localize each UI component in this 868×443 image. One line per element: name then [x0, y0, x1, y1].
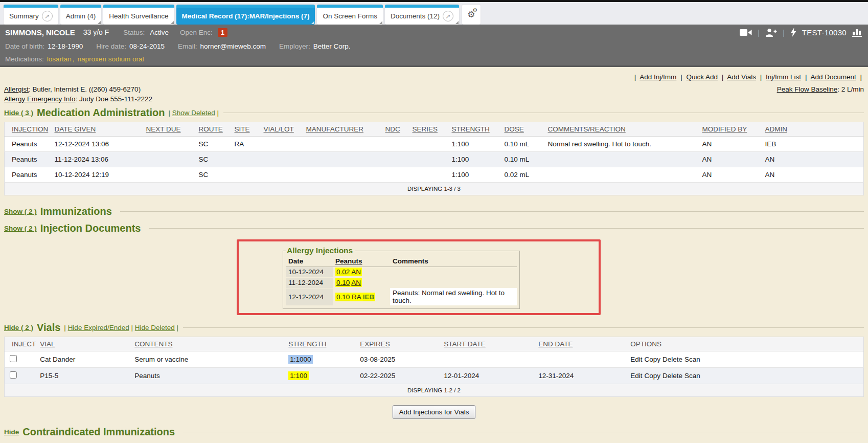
copy-link[interactable]: Copy	[645, 372, 661, 380]
cell-modified-by: AN	[700, 152, 763, 167]
table-row[interactable]: Peanuts 11-12-2024 13:06 SC 1:100 0.10 m…	[5, 152, 864, 167]
allergist-link[interactable]: Allergist	[4, 85, 29, 93]
medication-link-naproxen[interactable]: naproxen sodium oral	[78, 55, 144, 63]
allergy-injections-panel: Allergy Injections Date Peanuts Comments…	[283, 246, 520, 309]
cell-ndc	[383, 152, 410, 167]
open-encounter-badge[interactable]: 1	[218, 28, 227, 37]
med-admin-hide-link[interactable]: Hide ( 3 )	[4, 109, 33, 117]
add-vials-link[interactable]: Add Vials	[727, 73, 756, 81]
allergy-emergency-info-link[interactable]: Allergy Emergency Info	[4, 95, 76, 103]
col-strength[interactable]: STRENGTH	[286, 337, 358, 351]
employer-value: Better Corp.	[313, 42, 351, 50]
table-row[interactable]: Peanuts 12-12-2024 13:06 SC RA 1:100 0.1…	[5, 137, 864, 152]
video-camera-icon[interactable]	[740, 29, 752, 36]
dose-link[interactable]: 0.10	[336, 293, 350, 301]
col-route[interactable]: ROUTE	[197, 122, 233, 137]
quick-add-link[interactable]: Quick Add	[686, 73, 718, 81]
peak-flow-value: : 2 L/min	[837, 85, 864, 93]
section-rule	[183, 327, 864, 328]
col-next-due[interactable]: NEXT DUE	[144, 122, 197, 137]
pipe: |	[168, 109, 172, 117]
admin-initials-link[interactable]: AN	[351, 268, 361, 276]
copy-link[interactable]: Copy	[645, 356, 661, 363]
scan-link[interactable]: Scan	[684, 356, 700, 363]
admin-initials-link[interactable]: IEB	[363, 293, 375, 301]
add-person-icon[interactable]	[765, 28, 777, 37]
col-admin[interactable]: ADMIN	[763, 122, 864, 137]
col-end-date[interactable]: END DATE	[536, 337, 628, 351]
pipe: |	[722, 73, 724, 81]
cell-strength: 1:100	[450, 137, 502, 152]
col-modified-by[interactable]: MODIFIED BY	[700, 122, 763, 137]
inject-checkbox[interactable]	[10, 371, 17, 379]
settings-gear-button[interactable]: ⚙ ⚙	[462, 5, 481, 25]
col-date-given[interactable]: DATE GIVEN	[53, 122, 144, 137]
tab-health-surveillance[interactable]: Health Surveillance	[103, 5, 174, 25]
col-dose[interactable]: DOSE	[502, 122, 546, 137]
dob-value: 12-18-1990	[48, 42, 83, 50]
medication-link-losartan[interactable]: losartan	[47, 55, 72, 63]
tab-summary[interactable]: Summary ↗	[4, 5, 58, 25]
table-row[interactable]: Peanuts 10-12-2024 12:19 SC 1:100 0.02 m…	[5, 167, 864, 183]
col-injection[interactable]: INJECTION	[5, 122, 53, 137]
cell-injection: Peanuts	[5, 152, 53, 167]
cell-injection: Peanuts	[5, 167, 53, 183]
dose-link[interactable]: 0.10	[336, 279, 350, 286]
injection-documents-show-link[interactable]: Show ( 2 )	[4, 225, 37, 232]
col-manufacturer[interactable]: MANUFACTURER	[304, 122, 383, 137]
allergy-emergency-value: : Judy Doe 555-111-2222	[76, 95, 152, 103]
immunizations-show-link[interactable]: Show ( 2 )	[4, 208, 37, 215]
cell-contents: Serum or vaccine	[132, 351, 286, 368]
edit-link[interactable]: Edit	[630, 356, 642, 363]
quick-action-links: | Add Inj/Imm | Quick Add | Add Vials | …	[632, 73, 864, 81]
delete-link[interactable]: Delete	[663, 372, 682, 380]
add-inj-imm-link[interactable]: Add Inj/Imm	[639, 73, 676, 81]
cell-series	[410, 137, 450, 152]
hide-expired-ended-link[interactable]: Hide Expired/Ended	[68, 324, 129, 331]
tab-documents[interactable]: Documents (12) ↗	[385, 5, 459, 25]
scan-link[interactable]: Scan	[684, 372, 700, 380]
hide-deleted-link[interactable]: Hide Deleted	[135, 324, 175, 331]
tab-dropdown-fold-icon	[171, 21, 174, 24]
cell-comments	[546, 152, 700, 167]
col-contents[interactable]: CONTENTS	[132, 337, 286, 351]
peak-flow-baseline-link[interactable]: Peak Flow Baseline	[777, 85, 838, 93]
popout-icon[interactable]: ↗	[443, 11, 453, 21]
add-injections-for-vials-button[interactable]: Add Injections for Vials	[393, 405, 475, 419]
edit-link[interactable]: Edit	[630, 372, 642, 380]
col-site[interactable]: SITE	[233, 122, 262, 137]
tab-admin[interactable]: Admin (4)	[60, 5, 102, 25]
col-series[interactable]: SERIES	[410, 122, 450, 137]
admin-initials-link[interactable]: AN	[351, 279, 361, 286]
tab-on-screen-forms[interactable]: On Screen Forms	[317, 5, 383, 25]
col-expires[interactable]: EXPIRES	[358, 337, 442, 351]
cell-date: 11-12-2024	[286, 277, 333, 288]
add-document-link[interactable]: Add Document	[810, 73, 856, 81]
gear-small-icon: ⚙	[473, 8, 477, 13]
col-start-date[interactable]: START DATE	[442, 337, 536, 351]
col-comments: Comments	[390, 256, 517, 267]
chart-tab-bar: Summary ↗ Admin (4) Health Surveillance …	[0, 2, 868, 25]
vials-hide-link[interactable]: Hide ( 2 )	[4, 324, 33, 331]
dose-link[interactable]: 0.02	[336, 268, 350, 276]
col-peanuts-link[interactable]: Peanuts	[333, 256, 390, 267]
allergy-injections-title: Allergy Injections	[286, 246, 355, 255]
bar-chart-icon[interactable]	[852, 28, 863, 37]
col-ndc[interactable]: NDC	[383, 122, 410, 137]
tab-medical-record-active[interactable]: Medical Record (17):MAR/Injections (7)	[176, 5, 315, 25]
vials-title: Vials	[37, 322, 60, 334]
popout-icon[interactable]: ↗	[42, 11, 53, 21]
col-vial[interactable]: VIAL	[38, 337, 132, 351]
delete-link[interactable]: Delete	[663, 356, 682, 363]
inject-checkbox[interactable]	[10, 355, 17, 362]
col-comments[interactable]: COMMENTS/REACTION	[546, 122, 700, 137]
inj-imm-list-link[interactable]: Inj/Imm List	[766, 73, 801, 81]
show-deleted-link[interactable]: Show Deleted	[172, 109, 215, 117]
lightning-icon[interactable]	[790, 28, 796, 37]
col-vial-lot[interactable]: VIAL/LOT	[262, 122, 304, 137]
col-strength[interactable]: STRENGTH	[450, 122, 502, 137]
allergy-injections-header-row: Date Peanuts Comments	[286, 256, 517, 267]
cell-manufacturer	[304, 137, 383, 152]
contraindicated-hide-link[interactable]: Hide	[4, 428, 19, 436]
status-label: Status:	[123, 29, 145, 36]
